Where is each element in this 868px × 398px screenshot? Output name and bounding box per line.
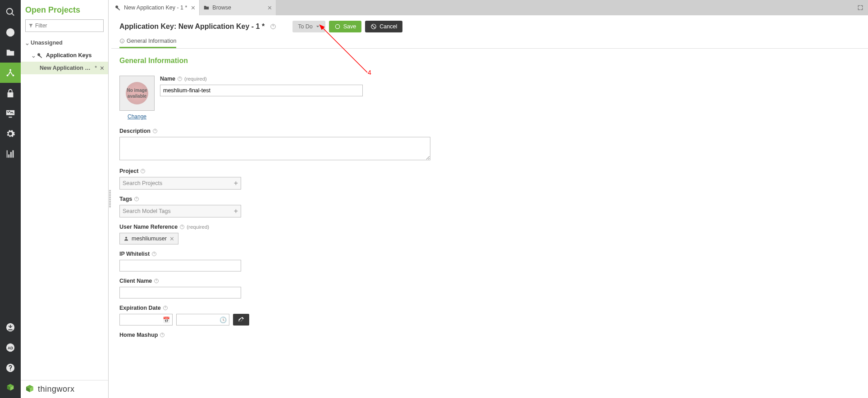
- rail-help-icon[interactable]: [0, 357, 21, 378]
- name-input[interactable]: [160, 85, 363, 96]
- filter-input-wrap[interactable]: [25, 19, 104, 32]
- clientname-input[interactable]: [119, 287, 241, 298]
- tab-new-app-key[interactable]: New Application Key - 1 * ✕: [111, 0, 200, 15]
- help-icon[interactable]: [179, 224, 185, 230]
- cancel-button[interactable]: Cancel: [365, 21, 402, 32]
- name-label: Name: [160, 76, 175, 82]
- change-image-link[interactable]: Change: [119, 113, 155, 120]
- key-icon: [37, 52, 43, 59]
- content-area: General Information No image available C…: [111, 49, 868, 398]
- clear-date-button[interactable]: [233, 314, 249, 326]
- project-combo[interactable]: Search Projects +: [119, 177, 241, 190]
- user-icon: [123, 236, 129, 241]
- thumbnail-block: No image available Change: [119, 76, 155, 120]
- key-icon: [115, 5, 121, 11]
- rail-brand-icon[interactable]: [0, 378, 21, 398]
- help-icon[interactable]: [177, 76, 183, 81]
- sidebar-footer: thingworx: [21, 380, 108, 398]
- page-toolbar: Application Key: New Application Key - 1…: [111, 15, 868, 32]
- chevron-down-icon: ⌄: [24, 40, 30, 46]
- rail-modeling-icon[interactable]: [0, 63, 21, 83]
- help-icon[interactable]: [163, 305, 168, 311]
- userref-label: User Name Reference: [119, 224, 178, 230]
- expiration-label: Expiration Date: [119, 305, 161, 311]
- help-icon[interactable]: [152, 128, 158, 134]
- info-icon: [119, 38, 125, 44]
- thingworx-logo-icon: [24, 384, 35, 395]
- userref-chip[interactable]: meshliumuser ✕: [119, 233, 178, 244]
- rail-analytics-icon[interactable]: [0, 144, 21, 164]
- ipwhitelist-label: IP Whitelist: [119, 251, 150, 257]
- ipwhitelist-input[interactable]: [119, 260, 241, 271]
- main-area: New Application Key - 1 * ✕ Browse ✕ App…: [111, 0, 868, 398]
- folder-icon: [203, 5, 210, 11]
- thumbnail-placeholder: No image available: [119, 76, 155, 111]
- brand-text: thingworx: [38, 384, 75, 394]
- page-title: Application Key: New Application Key - 1…: [119, 23, 265, 31]
- help-icon[interactable]: [140, 168, 146, 174]
- help-icon[interactable]: [151, 251, 157, 257]
- tags-combo[interactable]: Search Model Tags +: [119, 205, 241, 217]
- tree-item-new-app-key[interactable]: New Application Ke… * ✕: [21, 62, 108, 74]
- filter-input[interactable]: [35, 23, 101, 29]
- tags-label: Tags: [119, 196, 132, 202]
- description-label: Description: [119, 128, 151, 134]
- tree-unassigned[interactable]: ⌄ Unassigned: [21, 36, 108, 49]
- rail-ad-icon[interactable]: AD: [0, 337, 21, 357]
- project-tree: ⌄ Unassigned ⌄ Application Keys New Appl…: [21, 36, 108, 74]
- chevron-down-icon: [315, 24, 320, 29]
- tabstrip: New Application Key - 1 * ✕ Browse ✕: [111, 0, 868, 15]
- rail-monitor-icon[interactable]: [0, 103, 21, 123]
- left-icon-rail: AD: [0, 0, 21, 398]
- plus-icon[interactable]: +: [234, 207, 238, 215]
- help-icon[interactable]: [134, 196, 139, 202]
- filter-icon: [28, 23, 33, 28]
- todo-dropdown[interactable]: To Do: [292, 21, 325, 32]
- plus-icon[interactable]: +: [234, 179, 238, 187]
- expiration-time-input[interactable]: 🕓: [176, 314, 229, 326]
- project-sidebar: Open Projects ⌄ Unassigned ⌄ Application…: [21, 0, 109, 398]
- svg-point-1: [7, 74, 9, 76]
- remove-icon[interactable]: ✕: [169, 235, 174, 242]
- calendar-icon[interactable]: 📅: [163, 317, 170, 323]
- clock-icon[interactable]: 🕓: [219, 317, 227, 323]
- svg-point-0: [9, 69, 11, 71]
- help-icon[interactable]: [160, 332, 165, 338]
- svg-point-2: [12, 74, 14, 76]
- tree-application-keys[interactable]: ⌄ Application Keys: [21, 49, 108, 62]
- svg-text:AD: AD: [8, 346, 13, 350]
- close-icon[interactable]: ✕: [264, 5, 272, 11]
- subtabs: General Information: [111, 32, 868, 49]
- expand-icon[interactable]: [853, 0, 868, 15]
- subtab-general-info[interactable]: General Information: [119, 38, 176, 48]
- homemashup-label: Home Mashup: [119, 332, 158, 338]
- sidebar-title: Open Projects: [21, 0, 108, 19]
- close-icon[interactable]: ✕: [187, 5, 196, 11]
- save-button[interactable]: Save: [329, 21, 362, 32]
- rail-gear-icon[interactable]: [0, 123, 21, 144]
- tab-browse[interactable]: Browse ✕: [200, 0, 276, 15]
- rail-lock-icon[interactable]: [0, 83, 21, 103]
- close-icon[interactable]: ✕: [100, 65, 105, 72]
- rail-add-icon[interactable]: [0, 22, 21, 42]
- description-textarea[interactable]: [119, 137, 430, 160]
- cancel-icon: [370, 23, 377, 30]
- expiration-date-input[interactable]: 📅: [119, 314, 173, 326]
- rail-import-export-icon[interactable]: [0, 317, 21, 337]
- rail-folder-icon[interactable]: [0, 42, 21, 63]
- svg-point-6: [335, 24, 339, 28]
- help-icon[interactable]: [270, 23, 276, 30]
- clientname-label: Client Name: [119, 278, 152, 284]
- circle-icon: [334, 23, 341, 30]
- chevron-down-icon: ⌄: [31, 52, 36, 59]
- rail-search-icon[interactable]: [0, 2, 21, 22]
- project-label: Project: [119, 168, 138, 174]
- help-icon[interactable]: [154, 278, 159, 284]
- section-title: General Information: [119, 57, 860, 65]
